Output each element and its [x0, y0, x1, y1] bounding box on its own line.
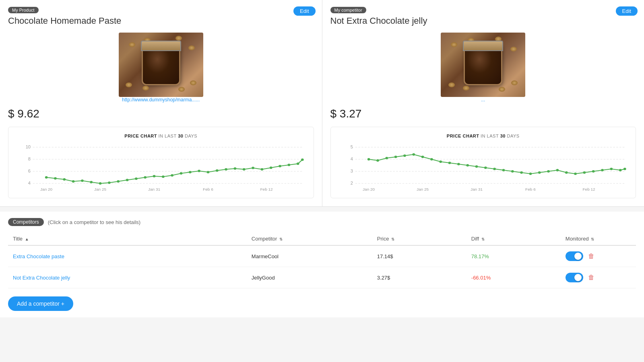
- svg-point-64: [439, 160, 442, 163]
- svg-text:Jan 31: Jan 31: [470, 187, 482, 191]
- svg-point-28: [180, 172, 183, 175]
- competitor-image-area: ...: [330, 33, 636, 103]
- svg-point-79: [574, 173, 577, 175]
- svg-text:Jan 20: Jan 20: [40, 187, 52, 191]
- my-product-price: $ 9.62: [8, 107, 314, 120]
- svg-point-65: [448, 162, 451, 164]
- svg-point-19: [99, 182, 102, 185]
- th-monitored[interactable]: Monitored ⇅: [561, 232, 636, 245]
- svg-text:Jan 20: Jan 20: [363, 187, 375, 191]
- svg-point-16: [72, 180, 75, 183]
- competitor-edit-button[interactable]: Edit: [616, 6, 638, 16]
- svg-text:Feb 6: Feb 6: [203, 187, 213, 191]
- svg-text:3: 3: [350, 169, 353, 173]
- svg-text:4: 4: [28, 181, 31, 185]
- th-title[interactable]: Title ▲: [8, 232, 247, 245]
- svg-point-20: [108, 181, 111, 184]
- row-price: 17.14$: [372, 245, 466, 267]
- competitor-title: Not Extra Chocolate jelly: [330, 16, 636, 26]
- svg-point-37: [261, 168, 264, 171]
- svg-point-34: [234, 167, 237, 170]
- my-product-image: [119, 33, 203, 97]
- row-monitored: 🗑: [561, 245, 636, 267]
- title-sort-arrow: ▲: [25, 237, 29, 241]
- svg-point-25: [153, 175, 156, 177]
- svg-text:4: 4: [350, 157, 353, 161]
- svg-point-23: [135, 177, 138, 180]
- svg-point-41: [297, 162, 299, 165]
- th-price[interactable]: Price ⇅: [372, 232, 466, 245]
- competitor-chart-title: PRICE CHART IN LAST 30 DAYS: [337, 134, 630, 138]
- svg-point-80: [583, 171, 586, 174]
- svg-point-18: [90, 181, 93, 183]
- svg-text:Jan 25: Jan 25: [94, 187, 106, 191]
- monitored-toggle[interactable]: [566, 273, 583, 282]
- competitors-header: Competitors (Click on a competitor to se…: [8, 218, 636, 226]
- svg-point-36: [252, 167, 254, 169]
- competitor-jar-illustration: [441, 33, 525, 97]
- svg-point-56: [367, 158, 370, 160]
- svg-point-31: [207, 171, 210, 173]
- svg-point-27: [171, 174, 173, 177]
- row-diff: -66.01%: [466, 267, 561, 288]
- competitors-badge: Competitors: [8, 218, 44, 226]
- svg-point-35: [243, 168, 246, 171]
- svg-point-26: [162, 175, 165, 178]
- svg-point-85: [623, 168, 626, 170]
- svg-point-21: [117, 180, 120, 183]
- competitor-link-dots: ...: [481, 97, 485, 103]
- th-diff[interactable]: Diff ⇅: [466, 232, 561, 245]
- competitor-panel: My competitor Edit Not Extra Chocolate j…: [322, 0, 644, 206]
- row-monitored: 🗑: [561, 267, 636, 288]
- svg-point-78: [565, 171, 568, 174]
- my-product-chart-container: PRICE CHART IN LAST 30 DAYS 10 8 6 4 Jan…: [8, 127, 314, 198]
- diff-sort-arrow: ⇅: [481, 237, 485, 241]
- delete-icon[interactable]: 🗑: [588, 253, 594, 260]
- svg-text:5: 5: [350, 145, 353, 149]
- svg-text:Jan 31: Jan 31: [148, 187, 160, 191]
- row-competitor: MarmeCool: [247, 245, 372, 267]
- svg-text:2: 2: [350, 181, 353, 185]
- table-row[interactable]: Extra Chocolate paste MarmeCool 17.14$ 7…: [8, 245, 636, 267]
- svg-point-32: [216, 169, 219, 172]
- my-product-edit-button[interactable]: Edit: [293, 6, 315, 16]
- svg-point-73: [520, 171, 523, 174]
- delete-icon[interactable]: 🗑: [588, 274, 594, 281]
- svg-point-81: [592, 170, 594, 173]
- svg-point-58: [385, 157, 388, 159]
- svg-point-22: [126, 179, 129, 181]
- jar-illustration: [119, 33, 203, 97]
- add-competitor-button[interactable]: Add a competitor +: [8, 296, 73, 311]
- my-product-link[interactable]: http://wwww.dummyshop/marma......: [122, 97, 200, 103]
- price-sort-arrow: ⇅: [391, 237, 394, 241]
- svg-point-66: [457, 163, 460, 165]
- competitors-table: Title ▲ Competitor ⇅ Price ⇅ Diff ⇅ Moni…: [8, 232, 636, 288]
- svg-point-17: [81, 179, 84, 182]
- svg-point-30: [198, 170, 200, 172]
- my-product-chart-title: PRICE CHART IN LAST 30 DAYS: [15, 134, 307, 138]
- svg-point-63: [430, 158, 433, 160]
- svg-text:8: 8: [28, 157, 31, 161]
- my-product-image-area: http://wwww.dummyshop/marma......: [8, 33, 314, 103]
- table-row[interactable]: Not Extra Chocolate jelly JellyGood 3.27…: [8, 267, 636, 288]
- my-product-chart-area: 10 8 6 4 Jan 20 Jan 25 Jan 31 Feb 6 Feb …: [15, 143, 307, 191]
- row-competitor: JellyGood: [247, 267, 372, 288]
- svg-point-42: [301, 158, 304, 161]
- competitors-section: Competitors (Click on a competitor to se…: [0, 212, 644, 317]
- my-product-title: Chocolate Homemade Paste: [8, 16, 314, 26]
- svg-point-62: [421, 156, 424, 158]
- monitored-toggle[interactable]: [566, 251, 583, 261]
- svg-point-84: [619, 169, 621, 171]
- svg-text:Jan 25: Jan 25: [417, 187, 429, 191]
- svg-point-72: [511, 170, 514, 173]
- my-product-panel: My Product Edit Chocolate Homemade Paste: [0, 0, 322, 206]
- th-competitor[interactable]: Competitor ⇅: [247, 232, 372, 245]
- row-diff: 78.17%: [466, 245, 561, 267]
- svg-point-75: [538, 171, 541, 174]
- svg-point-67: [466, 164, 469, 167]
- svg-point-70: [493, 168, 496, 170]
- svg-point-76: [547, 170, 550, 173]
- my-product-badge: My Product: [8, 7, 39, 13]
- row-title[interactable]: Not Extra Chocolate jelly: [8, 267, 247, 288]
- row-title[interactable]: Extra Chocolate paste: [8, 245, 247, 267]
